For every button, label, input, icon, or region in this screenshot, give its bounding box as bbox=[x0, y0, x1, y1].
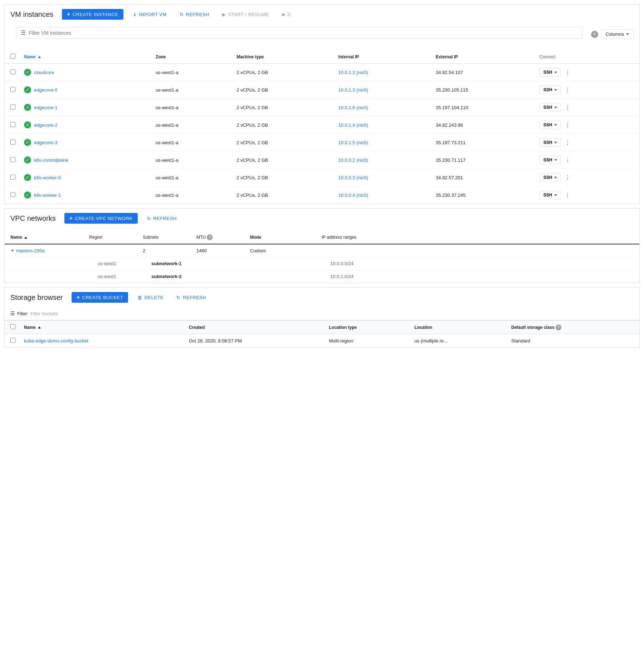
row-checkbox-cell[interactable] bbox=[5, 99, 18, 116]
instance-name[interactable]: edgecore-3 bbox=[34, 140, 58, 145]
row-checkbox-cell[interactable] bbox=[5, 81, 18, 99]
instance-name-cell: ✓ edgecore-1 bbox=[18, 99, 150, 116]
more-options-button[interactable]: ⋮ bbox=[562, 67, 572, 77]
connect-cell: SSH ⋮ bbox=[534, 186, 639, 204]
network-name-link[interactable]: masters-295a bbox=[16, 248, 44, 253]
storage-filter-icon: ☰ bbox=[10, 311, 15, 316]
row-checkbox-cell[interactable] bbox=[5, 169, 18, 186]
more-options-button[interactable]: ⋮ bbox=[562, 172, 572, 183]
table-row: ✓ k8s-controlplane us-west1-a 2 vCPUs, 2… bbox=[5, 151, 639, 169]
row-checkbox[interactable] bbox=[10, 157, 15, 162]
bucket-checkbox-cell[interactable] bbox=[5, 334, 18, 348]
subnet-region-cell: us-west1 bbox=[83, 270, 137, 283]
more-options-button[interactable]: ⋮ bbox=[562, 85, 572, 95]
vpc-networks-title: VPC networks bbox=[10, 214, 56, 223]
connect-column-header: Connect bbox=[534, 50, 639, 64]
row-checkbox[interactable] bbox=[10, 122, 15, 127]
vpc-region-header: Region bbox=[83, 231, 137, 244]
bucket-name-header[interactable]: Name bbox=[18, 321, 183, 334]
mtu-help-icon[interactable]: ? bbox=[207, 234, 213, 240]
row-checkbox[interactable] bbox=[10, 140, 15, 145]
import-vm-button[interactable]: ⇓ IMPORT VM bbox=[129, 10, 170, 19]
zone-cell: us-west1-a bbox=[150, 151, 231, 169]
row-checkbox-cell[interactable] bbox=[5, 64, 18, 81]
more-options-button[interactable]: ⋮ bbox=[562, 102, 572, 112]
vm-instances-header: VM instances + CREATE INSTANCE ⇓ IMPORT … bbox=[5, 5, 639, 24]
start-icon: ▶ bbox=[222, 12, 226, 17]
create-bucket-button[interactable]: + CREATE BUCKET bbox=[72, 292, 128, 303]
select-all-checkbox[interactable] bbox=[10, 54, 15, 59]
delete-bucket-button[interactable]: 🗑 DELETE bbox=[134, 293, 167, 302]
instance-name[interactable]: edgecore-1 bbox=[34, 105, 58, 110]
instance-name[interactable]: edgecore-0 bbox=[34, 87, 58, 93]
storage-class-help-icon[interactable]: ? bbox=[556, 325, 561, 330]
ssh-button[interactable]: SSH bbox=[540, 156, 561, 164]
network-ip-cell bbox=[316, 244, 639, 257]
bucket-name-link[interactable]: kube-edge-demo-config-bucket bbox=[24, 338, 88, 344]
select-all-header[interactable] bbox=[5, 50, 18, 64]
row-checkbox-cell[interactable] bbox=[5, 134, 18, 151]
subnet-name[interactable]: subnetwork-1 bbox=[151, 261, 182, 266]
storage-select-all-header[interactable] bbox=[5, 321, 18, 334]
row-checkbox[interactable] bbox=[10, 87, 15, 92]
ssh-button[interactable]: SSH bbox=[540, 121, 561, 129]
columns-button[interactable]: Columns bbox=[601, 29, 634, 39]
vm-help-icon[interactable]: ? bbox=[591, 31, 598, 38]
row-checkbox[interactable] bbox=[10, 69, 15, 74]
ssh-chevron-icon bbox=[554, 107, 557, 108]
row-checkbox-cell[interactable] bbox=[5, 116, 18, 134]
instance-name[interactable]: k8s-worker-1 bbox=[34, 193, 61, 198]
more-options-button[interactable]: ⋮ bbox=[562, 120, 572, 130]
status-icon: ✓ bbox=[24, 139, 31, 146]
external-ip-cell: 35.197.73.211 bbox=[430, 134, 534, 151]
more-options-button[interactable]: ⋮ bbox=[562, 155, 572, 165]
ssh-button[interactable]: SSH bbox=[540, 191, 561, 199]
refresh-vpc-button[interactable]: ↻ REFRESH bbox=[143, 214, 180, 223]
vm-filter-input[interactable] bbox=[29, 30, 578, 36]
subnet-name[interactable]: subnetwork-2 bbox=[151, 274, 182, 279]
refresh-storage-button[interactable]: ↻ REFRESH bbox=[173, 293, 210, 302]
storage-browser-header: Storage browser + CREATE BUCKET 🗑 DELETE… bbox=[5, 288, 639, 307]
bucket-checkbox[interactable] bbox=[10, 338, 15, 343]
create-instance-button[interactable]: + CREATE INSTANCE bbox=[62, 9, 123, 20]
refresh-vm-button[interactable]: ↻ REFRESH bbox=[176, 10, 213, 19]
vpc-networks-panel: VPC networks + CREATE VPC NETWORK ↻ REFR… bbox=[4, 208, 640, 283]
ssh-button[interactable]: SSH bbox=[540, 68, 561, 77]
storage-select-all-checkbox[interactable] bbox=[10, 324, 15, 329]
vpc-mtu-header: MTU ? bbox=[191, 231, 244, 244]
instance-name[interactable]: k8s-worker-0 bbox=[34, 175, 61, 180]
stop-button[interactable]: ■ S bbox=[278, 10, 294, 19]
ssh-button[interactable]: SSH bbox=[540, 103, 561, 112]
row-checkbox-cell[interactable] bbox=[5, 186, 18, 204]
row-checkbox[interactable] bbox=[10, 104, 15, 110]
instance-name[interactable]: k8s-controlplane bbox=[34, 157, 68, 163]
vpc-networks-header: VPC networks + CREATE VPC NETWORK ↻ REFR… bbox=[5, 209, 639, 228]
ssh-button[interactable]: SSH bbox=[540, 173, 561, 182]
start-resume-button[interactable]: ▶ START / RESUME bbox=[219, 10, 273, 19]
bucket-created-cell: Oct 28, 2020, 8:08:57 PM bbox=[183, 334, 323, 348]
instance-name[interactable]: cloudcore bbox=[34, 70, 54, 75]
subnet-mtu-cell bbox=[191, 257, 244, 270]
row-checkbox[interactable] bbox=[10, 192, 15, 197]
instance-name[interactable]: edgecore-2 bbox=[34, 122, 58, 128]
more-options-button[interactable]: ⋮ bbox=[562, 137, 572, 147]
more-options-button[interactable]: ⋮ bbox=[562, 190, 572, 200]
ssh-label: SSH bbox=[543, 122, 552, 127]
create-vpc-button[interactable]: + CREATE VPC NETWORK bbox=[64, 213, 138, 224]
instance-name-cell: ✓ edgecore-0 bbox=[18, 81, 150, 99]
ssh-button[interactable]: SSH bbox=[540, 86, 561, 94]
expand-icon[interactable] bbox=[11, 250, 14, 252]
row-checkbox-cell[interactable] bbox=[5, 151, 18, 169]
vpc-name-header[interactable]: Name bbox=[5, 231, 83, 244]
network-subnets-cell: 2 bbox=[137, 244, 191, 257]
name-column-header[interactable]: Name bbox=[18, 50, 150, 64]
ssh-button[interactable]: SSH bbox=[540, 138, 561, 147]
network-mode-cell: Custom bbox=[244, 244, 316, 257]
storage-filter-label: ☰ Filter bbox=[10, 311, 28, 316]
ssh-chevron-icon bbox=[554, 142, 557, 143]
zone-cell: us-west1-a bbox=[150, 169, 231, 186]
row-checkbox[interactable] bbox=[10, 175, 15, 180]
ssh-chevron-icon bbox=[554, 177, 557, 179]
connect-cell: SSH ⋮ bbox=[534, 151, 639, 169]
ssh-chevron-icon bbox=[554, 124, 557, 126]
